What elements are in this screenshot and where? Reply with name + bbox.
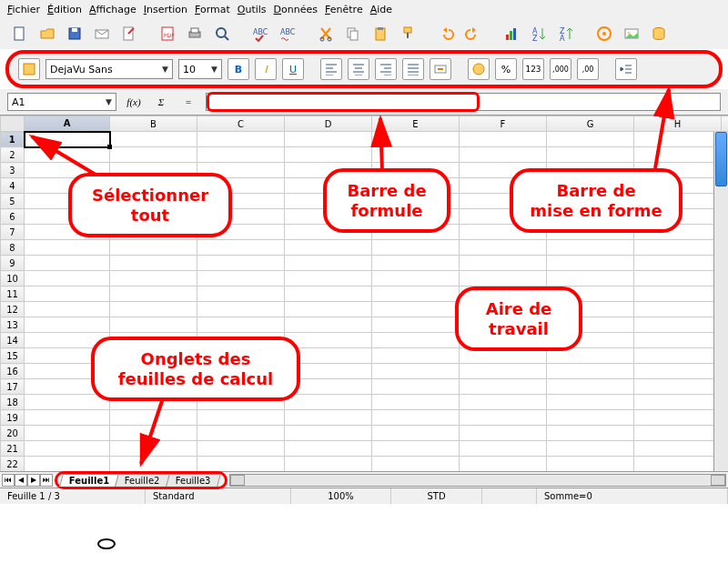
tab-last-icon[interactable]: ⏭	[40, 474, 53, 487]
row-header[interactable]: 19	[1, 410, 25, 426]
align-justify-icon[interactable]	[402, 58, 424, 80]
row-header[interactable]: 8	[1, 240, 25, 256]
row-header[interactable]: 13	[1, 317, 25, 333]
row-header[interactable]: 1	[1, 132, 25, 147]
menu-format[interactable]: Format	[195, 4, 230, 15]
select-all-corner[interactable]	[1, 116, 25, 132]
pdf-icon[interactable]: PDF	[157, 23, 178, 45]
autospell-icon[interactable]: ABC	[277, 23, 298, 45]
row-header[interactable]: 12	[1, 302, 25, 317]
undo-icon[interactable]	[435, 23, 457, 45]
font-size-select[interactable]: 10▼	[178, 59, 222, 79]
tab-next-icon[interactable]: ▶	[27, 474, 40, 487]
sheet-tab-1[interactable]: Feuille1	[59, 474, 119, 487]
tab-prev-icon[interactable]: ◀	[15, 474, 27, 487]
copy-icon[interactable]	[342, 23, 364, 45]
row-header[interactable]: 20	[1, 426, 25, 441]
row-header[interactable]: 15	[1, 348, 25, 364]
spellcheck-icon[interactable]: ABC	[249, 23, 271, 45]
italic-button[interactable]: I	[255, 58, 277, 80]
sheet-tab-3[interactable]: Feuille3	[166, 474, 220, 487]
row-header[interactable]: 18	[1, 395, 25, 410]
col-header-B[interactable]: B	[110, 116, 197, 132]
svg-point-38	[98, 539, 115, 548]
align-center-icon[interactable]	[348, 58, 369, 80]
align-right-icon[interactable]	[375, 58, 397, 80]
underline-button[interactable]: U	[282, 58, 304, 80]
print-icon[interactable]	[184, 23, 206, 45]
menu-window[interactable]: Fenêtre	[325, 4, 363, 15]
col-header-I[interactable]: I	[722, 116, 729, 132]
col-header-E[interactable]: E	[372, 116, 460, 132]
cell-A1[interactable]	[25, 132, 110, 147]
row-header[interactable]: 16	[1, 364, 25, 379]
number-fmt-icon[interactable]: 123	[522, 58, 544, 80]
open-icon[interactable]	[36, 23, 58, 45]
add-decimal-icon[interactable]: ,000	[550, 58, 571, 80]
new-doc-icon[interactable]	[9, 23, 31, 45]
menu-view[interactable]: Affichage	[89, 4, 136, 15]
redo-icon[interactable]	[462, 23, 484, 45]
formula-input[interactable]	[206, 93, 721, 111]
align-left-icon[interactable]	[320, 58, 342, 80]
row-header[interactable]: 4	[1, 178, 25, 194]
menu-tools[interactable]: Outils	[238, 4, 267, 15]
percent-icon[interactable]: %	[495, 58, 517, 80]
decrease-indent-icon[interactable]	[615, 58, 637, 80]
sheet-tab-2[interactable]: Feuille2	[115, 474, 169, 487]
svg-text:A: A	[560, 35, 565, 42]
row-header[interactable]: 5	[1, 194, 25, 209]
row-header[interactable]: 9	[1, 256, 25, 271]
sort-asc-icon[interactable]: AZ	[528, 23, 550, 45]
currency-icon[interactable]	[468, 58, 490, 80]
tab-first-icon[interactable]: ⏮	[2, 474, 15, 487]
format-paint-icon[interactable]	[397, 23, 419, 45]
row-header[interactable]: 10	[1, 271, 25, 287]
col-header-A[interactable]: A	[25, 116, 110, 132]
edit-doc-icon[interactable]	[118, 23, 140, 45]
cell-reference-box[interactable]: A1▼	[7, 93, 116, 111]
merge-cells-icon[interactable]	[430, 58, 451, 80]
col-header-H[interactable]: H	[634, 116, 722, 132]
gallery-icon[interactable]	[621, 23, 642, 45]
row-header[interactable]: 14	[1, 333, 25, 348]
row-header[interactable]: 11	[1, 287, 25, 302]
menu-insert[interactable]: Insertion	[144, 4, 187, 15]
row-header[interactable]: 3	[1, 163, 25, 178]
col-header-C[interactable]: C	[197, 116, 285, 132]
row-header[interactable]: 2	[1, 147, 25, 163]
datasource-icon[interactable]	[648, 23, 670, 45]
equals-icon[interactable]: =	[178, 93, 198, 111]
row-header[interactable]: 17	[1, 379, 25, 395]
row-header[interactable]: 21	[1, 441, 25, 457]
callout-formula-bar: Barre deformule	[323, 168, 450, 233]
preview-icon[interactable]	[211, 23, 233, 45]
svg-text:ABC: ABC	[280, 28, 296, 36]
col-header-G[interactable]: G	[547, 116, 634, 132]
chart-icon[interactable]	[500, 23, 522, 45]
horizontal-scrollbar[interactable]	[229, 474, 726, 487]
row-header[interactable]: 22	[1, 457, 25, 472]
font-name-select[interactable]: DejaVu Sans▼	[46, 59, 173, 79]
menu-file[interactable]: Fichier	[7, 4, 40, 15]
cut-icon[interactable]	[315, 23, 337, 45]
save-icon[interactable]	[64, 23, 86, 45]
styles-icon[interactable]	[18, 58, 40, 80]
sort-desc-icon[interactable]: ZA	[555, 23, 577, 45]
menu-edit[interactable]: Édition	[47, 4, 82, 15]
status-zoom[interactable]: 100%	[291, 488, 391, 504]
remove-decimal-icon[interactable]: ,00	[577, 58, 599, 80]
vertical-scrollbar[interactable]	[713, 132, 728, 471]
paste-icon[interactable]	[369, 23, 391, 45]
col-header-D[interactable]: D	[285, 116, 372, 132]
sum-icon[interactable]: Σ	[151, 93, 171, 111]
row-header[interactable]: 7	[1, 225, 25, 240]
menu-data[interactable]: Données	[274, 4, 318, 15]
row-header[interactable]: 6	[1, 209, 25, 225]
menu-help[interactable]: Aide	[370, 4, 392, 15]
col-header-F[interactable]: F	[460, 116, 547, 132]
bold-button[interactable]: B	[228, 58, 249, 80]
navigator-icon[interactable]	[593, 23, 615, 45]
mail-icon[interactable]	[91, 23, 113, 45]
function-wizard-icon[interactable]: f(x)	[124, 93, 144, 111]
